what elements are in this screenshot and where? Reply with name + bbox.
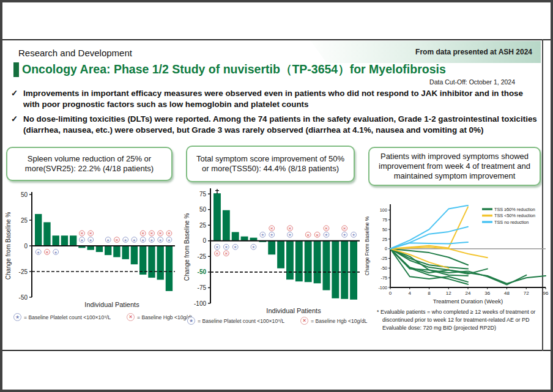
svg-text:0: 0 — [385, 246, 387, 251]
title-row: Oncology Area: Phase 1/2 Study of nuvise… — [13, 61, 446, 78]
svg-text:★: ★ — [158, 238, 162, 242]
svg-text:25: 25 — [382, 237, 387, 242]
svg-text:×: × — [141, 231, 144, 236]
tss50-waterfall-svg: 7550250-25-50-75-100★×★×★★★★×★×××★×★×★In… — [182, 185, 363, 320]
svg-text:0: 0 — [24, 243, 28, 250]
svg-text:25: 25 — [199, 222, 207, 229]
marker-legend-svr25: ★ = Baseline Platelet count <100×10⁹/L ×… — [13, 313, 193, 321]
svg-text:×: × — [159, 231, 162, 236]
finding-efficacy: ✓ Improvements in important efficacy mea… — [11, 88, 538, 109]
panel-symptom-durability-text: Patients with improved symptoms showed i… — [374, 152, 535, 182]
svg-text:★: ★ — [150, 238, 154, 242]
svg-text:★: ★ — [141, 238, 145, 242]
svg-text:×: × — [150, 231, 154, 236]
key-findings: ✓ Improvements in important efficacy mea… — [11, 88, 538, 140]
panel-tss50: Total symptom score improvement of 50% o… — [186, 146, 355, 182]
svg-text:×: × — [81, 231, 84, 236]
hgb-legend-text: = Baseline Hgb <10g/dL — [311, 318, 367, 324]
tss-duration-line-chart: 1007550250-25-50-75-100048122436487296TS… — [363, 201, 551, 313]
check-icon: ✓ — [11, 88, 23, 109]
finding-safety-text: No dose-limiting toxicities (DLTs) were … — [23, 114, 538, 135]
svg-text:8: 8 — [428, 290, 431, 296]
platelet-star-icon: ★ — [13, 313, 21, 321]
svg-text:Change From Baseline %: Change From Baseline % — [364, 216, 370, 275]
svg-text:-25: -25 — [198, 253, 207, 260]
hgb-x-icon: × — [127, 313, 135, 321]
panel-svr25-text: Spleen volume reduction of 25% or more(S… — [12, 154, 166, 174]
svg-text:12: 12 — [446, 290, 451, 296]
svg-text:25: 25 — [21, 217, 28, 224]
svg-text:★: ★ — [288, 232, 292, 237]
svg-text:★: ★ — [168, 238, 171, 242]
svg-text:TSS no reduction: TSS no reduction — [494, 220, 529, 225]
svg-text:★: ★ — [124, 238, 127, 242]
svg-text:×: × — [325, 226, 328, 231]
title-bullet-mark — [13, 62, 19, 77]
footnote-line-3: Evaluable dose: 720 mg BID (projected RP… — [377, 324, 546, 332]
svg-text:24: 24 — [466, 290, 471, 296]
platelet-legend-text: = Baseline Platelet count <100×10⁹/L — [198, 318, 284, 324]
bottom-divider — [2, 350, 551, 351]
svg-text:0: 0 — [202, 237, 206, 244]
svg-text:★: ★ — [89, 238, 92, 242]
marker-legend-tss50: ★ = Baseline Platelet count <100×10⁹/L ×… — [187, 317, 367, 325]
svg-text:96: 96 — [543, 290, 549, 296]
screenshot-root: Research and Development From data prese… — [0, 0, 553, 392]
ash-ribbon-text: From data presented at ASH 2024 — [415, 48, 541, 56]
svg-text:50: 50 — [382, 227, 387, 232]
slide-title: Oncology Area: Phase 1/2 Study of nuvise… — [22, 61, 446, 78]
platelet-legend-text: = Baseline Platelet count <100×10⁹/L — [24, 314, 111, 320]
svg-text:-50: -50 — [198, 268, 207, 275]
svg-text:★: ★ — [37, 250, 40, 254]
svg-text:★: ★ — [215, 245, 219, 249]
svg-text:★: ★ — [225, 245, 228, 249]
svg-text:TSS <50% reduction: TSS <50% reduction — [494, 213, 535, 218]
svg-text:100: 100 — [380, 207, 387, 213]
svg-text:★: ★ — [80, 238, 84, 242]
tss50-waterfall-chart: 7550250-25-50-75-100★×★×★★★★×★×××★×★×★In… — [182, 185, 363, 323]
svg-text:★: ★ — [270, 232, 273, 237]
svg-text:-25: -25 — [380, 256, 387, 261]
svg-text:×: × — [116, 237, 119, 243]
data-cutoff: Data Cut-Off: October 1, 2024 — [429, 78, 515, 86]
section-label: Research and Development — [18, 48, 132, 58]
svg-text:-50: -50 — [380, 265, 387, 271]
svg-text:★: ★ — [343, 232, 346, 237]
hgb-legend-text: = Baseline Hgb <10g/dL — [137, 314, 193, 320]
footnote-line-2: discontinued prior to week 12 for treatm… — [377, 316, 546, 324]
svg-text:★: ★ — [133, 238, 136, 242]
tss-duration-line-svg: 1007550250-25-50-75-100048122436487296TS… — [363, 201, 551, 311]
svg-text:×: × — [168, 231, 171, 236]
svr25-waterfall-svg: 50250-25-50★×★★×★×★×★★★×★×★×★×Individual… — [4, 188, 179, 314]
svg-text:×: × — [306, 232, 310, 238]
svg-text:48: 48 — [504, 290, 510, 296]
svg-text:-25: -25 — [19, 268, 28, 275]
svg-text:TSS ≥50% reduction: TSS ≥50% reduction — [494, 207, 535, 212]
svg-text:×: × — [89, 231, 92, 236]
evaluable-footnote: * Evaluable patients = who completed ≥ 1… — [377, 308, 546, 332]
svg-text:×: × — [225, 251, 228, 256]
svg-text:50: 50 — [21, 191, 28, 198]
svg-text:×: × — [289, 226, 292, 231]
svr25-waterfall-chart: 50250-25-50★×★★×★×★×★★★×★×★×★×Individual… — [4, 188, 179, 317]
svg-text:72: 72 — [524, 290, 529, 296]
svg-text:-75: -75 — [380, 275, 387, 281]
svg-text:Treatment Duration (Week): Treatment Duration (Week) — [433, 298, 503, 305]
slide: Research and Development From data prese… — [2, 40, 542, 350]
svg-text:×: × — [270, 226, 273, 231]
svg-text:75: 75 — [382, 217, 387, 223]
hgb-x-icon: × — [300, 317, 308, 325]
svg-text:4: 4 — [409, 290, 412, 296]
svg-text:-50: -50 — [19, 294, 28, 301]
svg-text:50: 50 — [199, 206, 207, 213]
check-icon: ✓ — [11, 114, 23, 135]
svg-text:36: 36 — [484, 290, 490, 296]
finding-efficacy-text: Improvements in important efficacy measu… — [23, 88, 538, 109]
svg-text:×: × — [46, 250, 49, 255]
ash-ribbon: From data presented at ASH 2024 — [311, 41, 541, 63]
svg-text:★: ★ — [252, 245, 256, 249]
svg-text:×: × — [343, 226, 346, 231]
finding-safety: ✓ No dose-limiting toxicities (DLTs) wer… — [11, 114, 538, 135]
svg-text:×: × — [316, 232, 319, 238]
svg-text:★: ★ — [261, 232, 264, 237]
